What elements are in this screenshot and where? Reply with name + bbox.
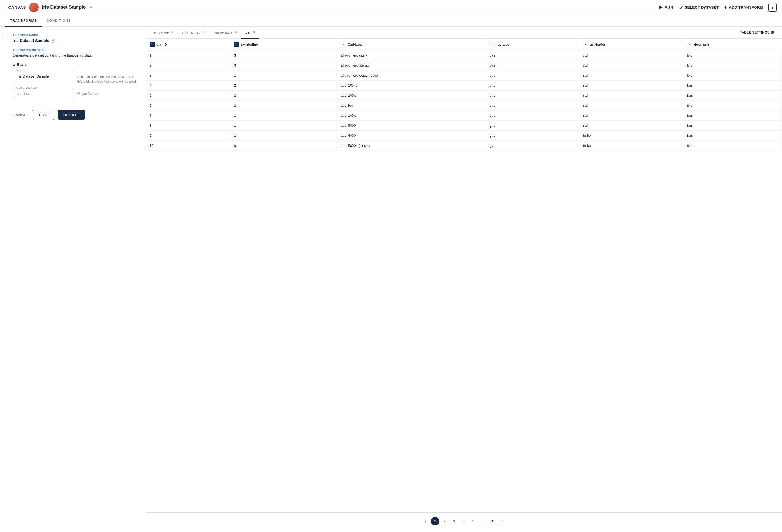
table-cell-doornum: two (683, 101, 782, 111)
table-settings-button[interactable]: TABLE SETTINGS ⊞ (737, 28, 778, 37)
table-cell-aspiration: turbo (578, 141, 683, 151)
table-cell-doornum: two (683, 61, 782, 71)
table-cell-car_id: 6 (145, 101, 230, 111)
name-input[interactable] (13, 71, 73, 82)
table-cell-fueltype: gas (485, 61, 578, 71)
link-icon[interactable]: 🔗 (51, 39, 56, 43)
table-cell-symboling: 0 (230, 141, 336, 151)
table-cell-doornum: two (683, 71, 782, 80)
dataset-tabs: employee ✕ only_nume... ✕ temperature ✕ … (145, 27, 782, 39)
table-cell-car_id: 1 (145, 50, 230, 61)
table-cell-symboling: 1 (230, 111, 336, 121)
close-only-numer-tab[interactable]: ✕ (204, 31, 206, 34)
col-header-symboling: L symboling (230, 39, 336, 50)
name-form-group: Name (13, 71, 73, 82)
next-page-button[interactable]: › (497, 517, 506, 525)
tab-conditions[interactable]: CONDITIONS (42, 15, 76, 27)
table-cell-fueltype: gas (485, 111, 578, 121)
table-cell-fueltype: gas (485, 90, 578, 101)
type-icon-tri4: ▲ (687, 42, 692, 47)
table-header-row: L car_ID L symboling ▲ (145, 39, 782, 50)
type-icon-tri1: ▲ (341, 42, 346, 47)
run-button[interactable]: RUN (659, 5, 673, 10)
update-button[interactable]: UPDATE (58, 110, 85, 120)
table-cell-car_id: 10 (145, 141, 230, 151)
data-table: L car_ID L symboling ▲ (145, 39, 782, 151)
page-2-button[interactable]: 2 (440, 517, 449, 525)
cancel-button[interactable]: CANCEL (13, 113, 29, 117)
table-cell-aspiration: std (578, 90, 683, 101)
table-cell-doornum: four (683, 111, 782, 121)
table-cell-fueltype: gas (485, 50, 578, 61)
table-cell-fueltype: gas (485, 101, 578, 111)
dataset-tab-only-numer[interactable]: only_nume... ✕ (177, 27, 210, 39)
collapse-button[interactable]: ‹ (2, 33, 8, 39)
table-cell-doornum: two (683, 50, 782, 61)
select-dataset-button[interactable]: SELECT DATASET (678, 5, 719, 10)
dataset-tab-employee[interactable]: employee ✕ (149, 27, 177, 39)
left-panel: ‹ Transform Name Iris Dataset Sample 🔗 T… (0, 27, 145, 530)
settings-icon: ⊞ (771, 30, 775, 35)
test-button[interactable]: TEST (32, 110, 55, 120)
action-buttons: CANCEL TEST UPDATE (13, 110, 138, 120)
page-4-button[interactable]: 4 (459, 517, 468, 525)
canvas-link[interactable]: ‹ CANVAS (5, 5, 26, 9)
table-cell-aspiration: std (578, 101, 683, 111)
close-car-tab[interactable]: ✕ (253, 31, 255, 34)
nav-right: RUN SELECT DATASET + ADD TRANSFORM ⋮ (659, 3, 777, 12)
main-tabs: TRANSFORMS CONDITIONS (0, 15, 782, 27)
table-row: 71audi 100lsgasstdfour (145, 111, 782, 121)
table-cell-symboling: 3 (230, 61, 336, 71)
output-dataset-input[interactable] (13, 88, 73, 99)
table-cell-aspiration: turbo (578, 131, 683, 141)
dataset-tabs-list: employee ✕ only_nume... ✕ temperature ✕ … (149, 27, 259, 38)
table-cell-carname: audi 100ls (336, 111, 485, 121)
table-cell-symboling: 1 (230, 71, 336, 80)
col-header-carname: ▲ CarName (336, 39, 485, 50)
pagination: ‹ 1 2 3 4 5 ... 10 › (145, 512, 782, 530)
page-3-button[interactable]: 3 (450, 517, 458, 525)
table-cell-carname: alfa-romero stelvio (336, 61, 485, 71)
table-cell-car_id: 2 (145, 61, 230, 71)
basic-section-header[interactable]: ▲ Basic (13, 63, 138, 67)
page-10-button[interactable]: 10 (488, 517, 496, 525)
table-cell-doornum: four (683, 131, 782, 141)
name-helper: Add a custom name for this transform. If… (77, 71, 138, 84)
page-dots: ... (478, 517, 487, 525)
table-cell-symboling: 1 (230, 131, 336, 141)
table-cell-aspiration: std (578, 50, 683, 61)
more-options-button[interactable]: ⋮ (768, 3, 777, 12)
col-header-car-id: L car_ID (145, 39, 230, 50)
close-employee-tab[interactable]: ✕ (171, 31, 173, 34)
col-header-doornum: ▲ doornum (683, 39, 782, 50)
output-form-group: Output Dataset * (13, 88, 73, 99)
right-panel: employee ✕ only_nume... ✕ temperature ✕ … (145, 27, 782, 530)
nav-left: ‹ CANVAS I Iris Dataset Sample ✎ (5, 3, 92, 12)
page-1-button[interactable]: 1 (431, 517, 439, 525)
basic-label: Basic (17, 63, 27, 67)
table-cell-aspiration: std (578, 71, 683, 80)
edit-icon[interactable]: ✎ (89, 5, 92, 10)
svg-marker-0 (660, 5, 663, 9)
tab-transforms[interactable]: TRANSFORMS (5, 15, 42, 27)
table-row: 62audi foxgasstdtwo (145, 101, 782, 111)
name-field-label: Name (15, 69, 25, 72)
check-icon (678, 5, 683, 10)
table-cell-carname: alfa-romero Quadrifoglio (336, 71, 485, 80)
table-cell-fueltype: gas (485, 141, 578, 151)
page-5-button[interactable]: 5 (469, 517, 477, 525)
table-row: 100audi 5000s (diesel)gasturbotwo (145, 141, 782, 151)
table-cell-fueltype: gas (485, 80, 578, 90)
name-row: Name Add a custom name for this transfor… (13, 71, 138, 86)
add-transform-button[interactable]: + ADD TRANSFORM (724, 5, 763, 10)
table-cell-doornum: four (683, 121, 782, 131)
table-cell-car_id: 4 (145, 80, 230, 90)
table-cell-carname: audi 5000 (336, 121, 485, 131)
prev-page-button[interactable]: ‹ (421, 517, 430, 525)
dataset-tab-temperature[interactable]: temperature ✕ (210, 27, 242, 39)
table-cell-aspiration: std (578, 111, 683, 121)
type-icon-tri3: ▲ (583, 42, 588, 47)
close-temperature-tab[interactable]: ✕ (235, 31, 237, 34)
dataset-tab-car[interactable]: car ✕ (242, 27, 260, 39)
table-cell-carname: audi 100ls (336, 90, 485, 101)
